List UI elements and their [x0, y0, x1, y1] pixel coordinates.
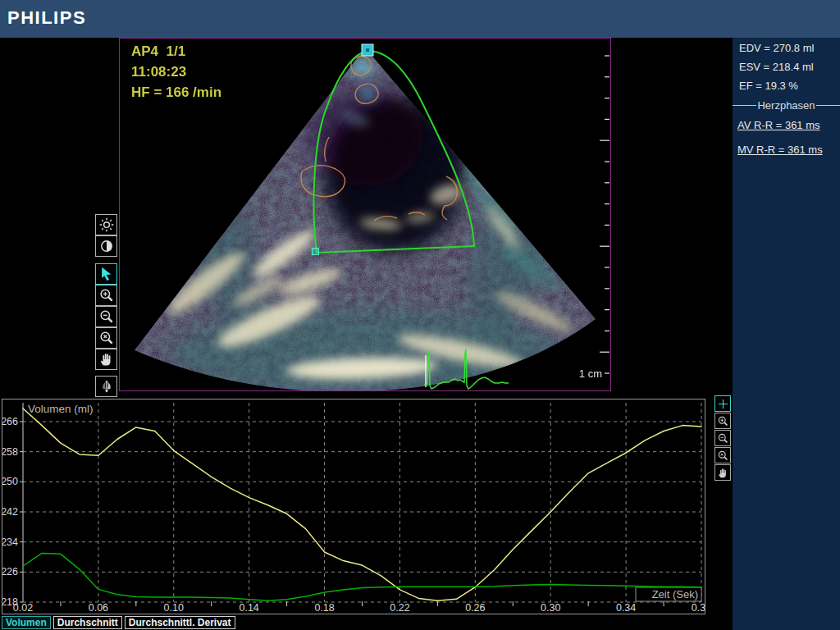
crosshair-button[interactable] — [714, 395, 731, 412]
divider-line — [816, 105, 840, 106]
av-rr-link[interactable]: AV R-R = 361 ms — [737, 120, 840, 131]
ef-value: EF = 19.3 % — [739, 80, 840, 92]
chart-axes — [20, 403, 664, 606]
zoom-out-icon — [717, 432, 729, 445]
tab-durchschnitt[interactable]: Durchschnitt — [53, 616, 122, 629]
chart-y-label: Volumen (ml) — [28, 403, 94, 415]
svg-text:0.34: 0.34 — [616, 602, 636, 614]
pan-button[interactable] — [714, 464, 731, 481]
zoom-in-button[interactable] — [95, 285, 117, 306]
chart-grid — [23, 403, 701, 602]
rotate-icon — [98, 378, 115, 395]
svg-text:0.02: 0.02 — [13, 602, 33, 614]
volume-curve-yellow — [23, 409, 701, 600]
svg-text:0.10: 0.10 — [164, 602, 184, 614]
depth-ruler — [600, 56, 609, 390]
curve-tabs: VolumenDurchschnittDurchschnittl. Deriva… — [2, 616, 235, 629]
svg-text:234: 234 — [2, 536, 18, 548]
chart-toolbar — [714, 395, 731, 482]
contrast-button[interactable] — [95, 235, 117, 257]
svg-text:0.30: 0.30 — [541, 602, 560, 614]
svg-text:0.38: 0.38 — [692, 602, 705, 614]
zoom-reset-button[interactable] — [714, 447, 731, 463]
zoom-in-button[interactable] — [714, 413, 731, 429]
ultrasound-image-frame[interactable]: AP4 1/1 11:08:23 HF = 166 /min 1 cm — [119, 38, 611, 391]
pointer-icon — [98, 266, 115, 282]
svg-text:0.22: 0.22 — [390, 602, 409, 614]
svg-text:266: 266 — [2, 416, 18, 427]
esv-value: ESV = 218.4 ml — [739, 62, 840, 73]
zoom-out-button[interactable] — [95, 306, 117, 327]
zoom-reset-icon — [717, 450, 729, 462]
heart-rate-label: HF = 166 /min — [131, 85, 221, 100]
brightness-icon — [98, 217, 115, 233]
edv-value: EDV = 270.8 ml — [739, 43, 840, 54]
tab-volumen[interactable]: Volumen — [2, 616, 51, 629]
scale-label: 1 cm — [579, 368, 602, 380]
zoom-out-button[interactable] — [714, 430, 731, 446]
secondary-curve-green — [23, 553, 701, 600]
zoom-in-icon — [98, 287, 115, 304]
hand-icon — [98, 351, 115, 368]
chart-tick-labels: 2662582502422342262180.020.060.100.140.1… — [2, 416, 705, 614]
zoom-reset-icon — [98, 330, 115, 346]
rotate-button[interactable] — [95, 376, 117, 397]
contour-handle[interactable] — [313, 249, 319, 255]
svg-text:0.26: 0.26 — [465, 602, 485, 614]
svg-text:0.18: 0.18 — [314, 602, 334, 614]
application-window: { "brand": {"logo": "PHILIPS"}, "ultraso… — [0, 0, 840, 630]
mv-rr-link[interactable]: MV R-R = 361 ms — [737, 144, 840, 156]
svg-text:0.06: 0.06 — [89, 602, 108, 614]
top-bar: PHILIPS — [0, 0, 840, 38]
philips-logo: PHILIPS — [7, 7, 86, 29]
pan-button[interactable] — [95, 349, 117, 370]
view-label: AP4 1/1 — [131, 44, 185, 59]
svg-text:0.14: 0.14 — [239, 602, 258, 614]
herzphasen-divider: Herzphasen — [733, 99, 840, 112]
svg-text:226: 226 — [2, 566, 18, 578]
apex-marker[interactable] — [362, 44, 373, 56]
acquisition-time: 11:08:23 — [131, 65, 186, 80]
herzphasen-title: Herzphasen — [756, 99, 815, 112]
zoom-in-icon — [717, 415, 729, 427]
results-panel: EDV = 270.8 ml ESV = 218.4 ml EF = 19.3 … — [733, 38, 840, 630]
brightness-button[interactable] — [95, 214, 117, 235]
volume-chart[interactable]: 2662582502422342262180.020.060.100.140.1… — [2, 399, 705, 614]
chart-x-label: Zeit (Sek) — [652, 588, 698, 600]
svg-text:250: 250 — [2, 476, 18, 487]
pointer-button[interactable] — [95, 263, 117, 285]
svg-text:242: 242 — [2, 506, 18, 518]
hand-icon — [717, 467, 729, 479]
zoom-out-icon — [98, 308, 115, 325]
svg-text:258: 258 — [2, 446, 18, 458]
zoom-reset-button[interactable] — [95, 327, 117, 349]
image-toolbar — [95, 214, 117, 397]
tab-durchschnittl-derivat[interactable]: Durchschnittl. Derivat — [125, 616, 235, 629]
crosshair-icon — [717, 398, 729, 410]
contrast-icon — [98, 238, 115, 254]
divider-line — [733, 105, 756, 106]
